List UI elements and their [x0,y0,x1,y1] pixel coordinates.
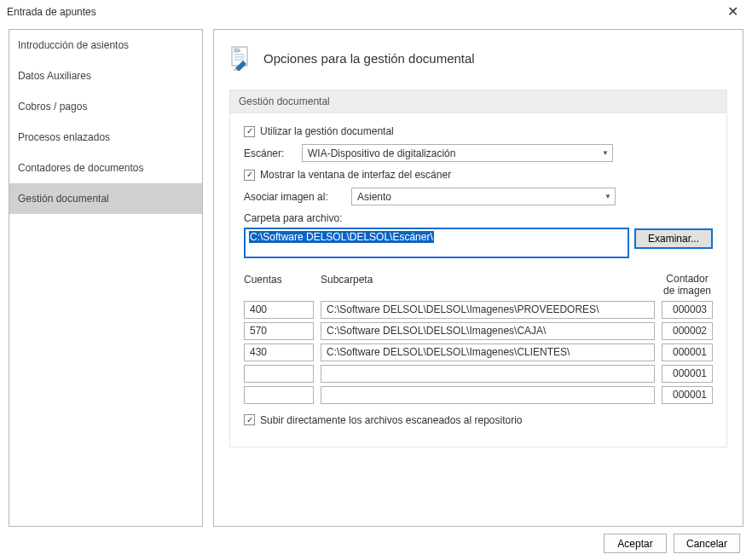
table-row: 000001 [244,365,713,383]
subcarpeta-input[interactable] [321,386,655,404]
page-heading: Opciones para la gestión documental [263,51,475,66]
sidebar-item[interactable]: Gestión documental [9,183,202,214]
close-icon[interactable]: ✕ [722,5,743,19]
sidebar-item[interactable]: Introducción de asientos [9,30,202,61]
folder-path-input[interactable]: C:\Software DELSOL\DELSOL\Escáner\ [244,228,629,258]
chevron-down-icon: ▼ [602,149,609,157]
accept-button[interactable]: Aceptar [604,534,667,553]
scanner-label: Escáner: [244,147,295,159]
sidebar-item[interactable]: Procesos enlazados [9,122,202,153]
table-row: 430C:\Software DELSOL\DELSOL\Imagenes\CL… [244,344,713,361]
cuenta-input[interactable]: 430 [244,344,314,361]
use-doc-mgmt-label: Utilizar la gestión documental [260,125,394,137]
contador-input[interactable]: 000001 [662,365,713,383]
associate-value: Asiento [357,191,391,203]
cuenta-input[interactable] [244,386,314,404]
upload-direct-checkbox[interactable]: ✓ Subir directamente los archivos escane… [244,414,523,426]
table-row: 570C:\Software DELSOL\DELSOL\Imagenes\CA… [244,322,713,340]
scanner-value: WIA-Dispositivo de digitalización [308,147,455,159]
main-panel: D H Opciones para la gestión documental … [213,29,743,527]
subcarpeta-input[interactable]: C:\Software DELSOL\DELSOL\Imagenes\PROVE… [321,301,655,319]
subcarpeta-input[interactable]: C:\Software DELSOL\DELSOL\Imagenes\CLIEN… [321,344,655,361]
sidebar-item[interactable]: Cobros / pagos [9,91,202,122]
checkmark-icon: ✓ [244,170,255,181]
show-scanner-ui-label: Mostrar la ventana de interfaz del escán… [260,169,451,181]
group-title: Gestión documental [230,90,726,113]
subcarpeta-input[interactable]: C:\Software DELSOL\DELSOL\Imagenes\CAJA\ [321,322,655,340]
folder-label: Carpeta para archivo: [244,212,713,224]
cuenta-input[interactable] [244,365,314,383]
contador-input[interactable]: 000001 [662,344,713,361]
chevron-down-icon: ▼ [604,193,611,200]
scanner-select[interactable]: WIA-Dispositivo de digitalización ▼ [302,144,613,162]
window-title: Entrada de apuntes [7,6,96,18]
col-header-cuentas: Cuentas [244,274,314,297]
folder-path-value: C:\Software DELSOL\DELSOL\Escáner\ [249,231,434,243]
document-options-icon: D H [229,45,255,71]
table-row: 000001 [244,386,713,404]
associate-select[interactable]: Asiento ▼ [351,188,616,205]
contador-input[interactable]: 000002 [662,322,713,340]
browse-button[interactable]: Examinar... [634,228,713,249]
col-header-subcarpeta: Subcarpeta [321,274,655,297]
use-doc-mgmt-checkbox[interactable]: ✓ Utilizar la gestión documental [244,125,394,137]
cuenta-input[interactable]: 570 [244,322,314,340]
associate-label: Asociar imagen al: [244,191,344,203]
sidebar-item[interactable]: Contadores de documentos [9,153,202,183]
sidebar-item[interactable]: Datos Auxiliares [9,61,202,91]
checkmark-icon: ✓ [244,414,255,425]
show-scanner-ui-checkbox[interactable]: ✓ Mostrar la ventana de interfaz del esc… [244,169,451,181]
upload-direct-label: Subir directamente los archivos escanead… [260,414,523,426]
col-header-contador: Contador de imagen [662,274,713,297]
svg-text:D H: D H [235,49,241,53]
cuenta-input[interactable]: 400 [244,301,314,319]
cancel-button[interactable]: Cancelar [674,534,740,553]
checkmark-icon: ✓ [244,126,255,137]
subcarpeta-input[interactable] [321,365,655,383]
contador-input[interactable]: 000003 [662,301,713,319]
contador-input[interactable]: 000001 [662,386,713,404]
sidebar: Introducción de asientosDatos Auxiliares… [9,29,203,527]
table-row: 400C:\Software DELSOL\DELSOL\Imagenes\PR… [244,301,713,319]
